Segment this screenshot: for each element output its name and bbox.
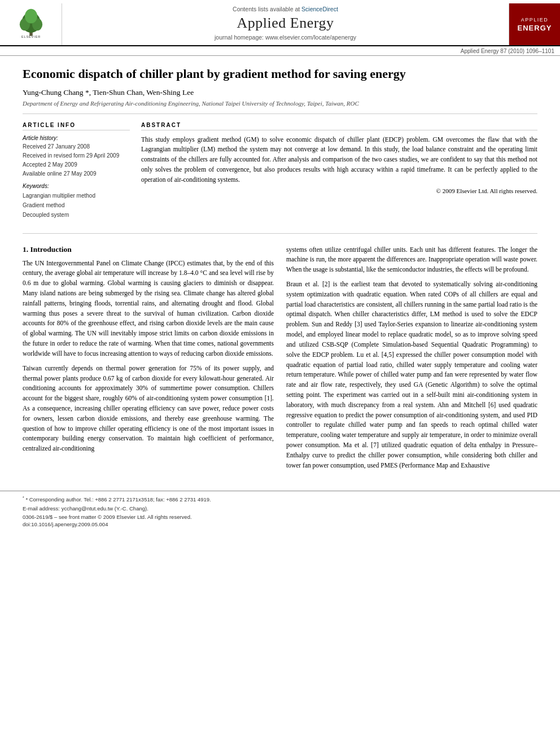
section1-heading: 1. Introduction bbox=[23, 245, 274, 254]
sciencedirect-link[interactable]: ScienceDirect bbox=[301, 6, 338, 12]
svg-point-4 bbox=[25, 8, 37, 23]
abstract-text: This study employs gradient method (GM) … bbox=[141, 135, 537, 185]
footer-copyright: 0306-2619/$ – see front matter © 2009 El… bbox=[23, 514, 537, 520]
journal-header: ELSEVIER Contents lists available at Sci… bbox=[0, 0, 560, 46]
article-body: Economic dispatch of chiller plant by gr… bbox=[0, 56, 560, 485]
keyword-2: Gradient method bbox=[23, 202, 65, 208]
journal-homepage: journal homepage: www.elsevier.com/locat… bbox=[215, 34, 356, 41]
article-info-heading: ARTICLE INFO bbox=[23, 122, 130, 130]
journal-center: Contents lists available at ScienceDirec… bbox=[62, 3, 509, 45]
main-columns: 1. Introduction The UN Intergovernmental… bbox=[23, 245, 537, 475]
article-history-label: Article history: bbox=[23, 135, 130, 141]
article-footer: * * Corresponding author. Tel.: +886 2 2… bbox=[0, 491, 560, 531]
badge-main-text: ENERGY bbox=[518, 24, 552, 33]
applied-energy-badge: APPLIED ENERGY bbox=[509, 3, 560, 45]
col-right-paragraph-1: systems often utilize centrifugal chille… bbox=[286, 245, 537, 275]
citation-line: Applied Energy 87 (2010) 1096–1101 bbox=[0, 46, 560, 56]
footnote-email: E-mail address: ycchang@ntut.edu.tw (Y.-… bbox=[23, 504, 537, 513]
svg-text:ELSEVIER: ELSEVIER bbox=[21, 35, 40, 38]
abstract-heading: ABSTRACT bbox=[141, 122, 537, 130]
article-history-group: Article history: Received 27 January 200… bbox=[23, 135, 130, 178]
col-left-paragraph-1: The UN Intergovernmental Panel on Climat… bbox=[23, 259, 274, 359]
keywords-group: Keywords: Lagrangian multiplier method G… bbox=[23, 183, 130, 220]
article-info: ARTICLE INFO Article history: Received 2… bbox=[23, 122, 130, 224]
keywords-label: Keywords: bbox=[23, 183, 130, 189]
abstract-section: ABSTRACT This study employs gradient met… bbox=[141, 122, 537, 224]
keyword-1: Lagrangian multiplier method bbox=[23, 193, 95, 199]
article-authors: Yung-Chung Chang *, Tien-Shun Chan, Wen-… bbox=[23, 88, 537, 97]
info-section: ARTICLE INFO Article history: Received 2… bbox=[23, 122, 537, 234]
received-date-1: Received 27 January 2008 bbox=[23, 143, 90, 150]
article-title: Economic dispatch of chiller plant by gr… bbox=[23, 66, 537, 82]
journal-title: Applied Energy bbox=[237, 15, 334, 32]
available-date: Available online 27 May 2009 bbox=[23, 171, 96, 177]
accepted-date: Accepted 2 May 2009 bbox=[23, 161, 77, 168]
column-right: systems often utilize centrifugal chille… bbox=[286, 245, 537, 475]
keywords-list: Lagrangian multiplier method Gradient me… bbox=[23, 191, 130, 220]
article-dates: Received 27 January 2008 Received in rev… bbox=[23, 142, 130, 178]
elsevier-logo: ELSEVIER bbox=[0, 3, 62, 45]
col-right-paragraph-2: Braun et al. [2] is the earliest team th… bbox=[286, 279, 537, 470]
col-left-paragraph-2: Taiwan currently depends on thermal powe… bbox=[23, 364, 274, 454]
abstract-copyright: © 2009 Elsevier Ltd. All rights reserved… bbox=[141, 187, 537, 194]
sciencedirect-text: Contents lists available at ScienceDirec… bbox=[233, 6, 338, 12]
column-left: 1. Introduction The UN Intergovernmental… bbox=[23, 245, 274, 475]
article-affiliation: Department of Energy and Refrigerating A… bbox=[23, 100, 537, 114]
keyword-3: Decoupled system bbox=[23, 212, 69, 218]
doi-line: doi:10.1016/j.apenergy.2009.05.004 bbox=[23, 521, 537, 527]
received-revised-date: Received in revised form 29 April 2009 bbox=[23, 152, 119, 159]
footnote-star: * * Corresponding author. Tel.: +886 2 2… bbox=[23, 495, 537, 504]
badge-top-text: APPLIED bbox=[521, 16, 549, 24]
